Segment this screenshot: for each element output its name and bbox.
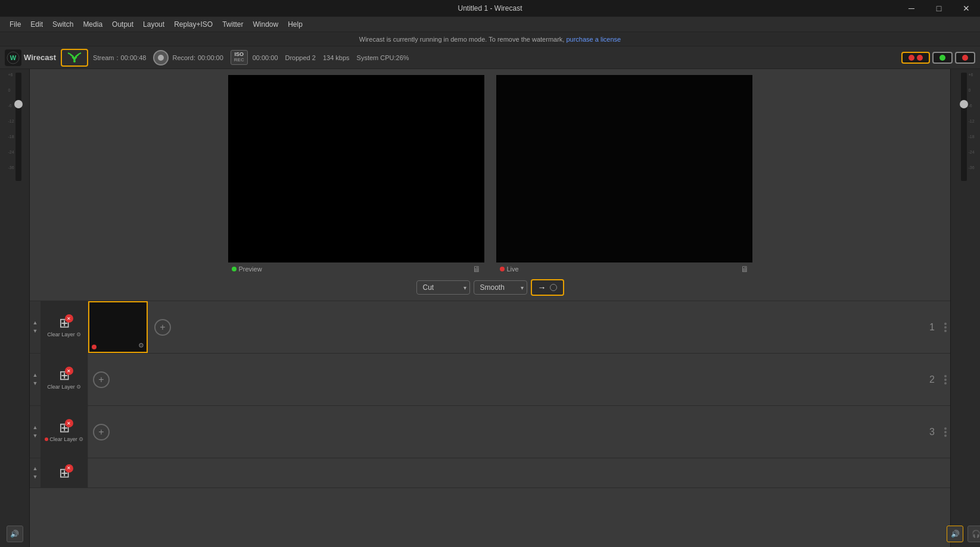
center-area: Preview 🖥 Live 🖥 [30, 69, 950, 547]
preview-video [228, 75, 484, 262]
close-button[interactable]: ✕ [953, 0, 980, 17]
layer1-number: 1 [929, 322, 935, 333]
layer1-default-thumb[interactable]: ⊞ ✕ Clear Layer ⚙ [41, 301, 88, 353]
preview-dot [232, 267, 237, 271]
left-mute-button[interactable]: 🔊 [7, 526, 23, 542]
layer1-gear-icon[interactable]: ⚙ [76, 332, 81, 337]
right-speaker-button[interactable]: 🔊 [947, 526, 963, 542]
layer4-down-arrow[interactable]: ▼ [33, 473, 38, 482]
iso-button[interactable]: ISO REC [231, 50, 248, 65]
preview-label-area: Preview [232, 265, 262, 273]
maximize-button[interactable]: □ [925, 0, 953, 17]
preview-screen-container: Preview 🖥 [228, 75, 484, 276]
layer3-default-thumb[interactable]: ⊞ ✕ Clear Layer ⚙ [41, 406, 88, 458]
headphones-icon: 🎧 [972, 530, 981, 538]
scroll-dot-4 [944, 375, 947, 377]
go-button[interactable]: → [531, 279, 564, 296]
demo-info-bar: Wirecast is currently running in demo mo… [0, 32, 980, 46]
menu-layout[interactable]: Layout [138, 19, 169, 30]
record-label: Record: [172, 54, 195, 61]
wirecast-logo-text: Wirecast [24, 53, 56, 62]
output-button-3[interactable] [955, 52, 975, 64]
layer1-up-arrow[interactable]: ▲ [33, 319, 38, 327]
layer3-gear-icon[interactable]: ⚙ [79, 436, 83, 442]
output2-dot-green [939, 55, 945, 61]
stream-stat: Stream: 00:00:48 [93, 54, 146, 61]
menu-file[interactable]: File [5, 19, 26, 30]
layer2-gear-icon[interactable]: ⚙ [76, 384, 81, 390]
menu-help[interactable]: Help [283, 19, 307, 30]
stream-button[interactable] [61, 49, 88, 67]
record-time: 00:00:00 [198, 54, 223, 61]
kbps-value: 134 kbps [323, 54, 350, 61]
meter-label-plus6-left: +6 [8, 73, 14, 88]
layer2-down-arrow[interactable]: ▼ [33, 380, 38, 388]
layer1-selected-thumb[interactable]: ⚙ [88, 301, 148, 353]
layer2-add-button[interactable]: + [93, 371, 110, 388]
scroll-dot-2 [944, 326, 947, 329]
layer3-up-arrow[interactable]: ▲ [33, 424, 38, 432]
layer2-label: Clear Layer [47, 384, 75, 390]
live-video [496, 75, 752, 262]
layer1-arrows: ▲ ▼ [30, 301, 41, 353]
go-circle-icon [550, 284, 557, 291]
layer1-scroll-dots [944, 323, 947, 332]
layer1-add-button-wrap: + [148, 301, 178, 353]
svg-text:W: W [10, 54, 17, 61]
menu-window[interactable]: Window [248, 19, 284, 30]
scroll-dot-3 [944, 330, 947, 332]
right-meter-label-minus24: -24 [968, 150, 974, 165]
smooth-select[interactable]: Smooth [474, 280, 527, 295]
output-button-1[interactable] [901, 52, 930, 64]
iso-time: 00:00:00 [253, 54, 278, 61]
speaker-right-icon: 🔊 [951, 530, 960, 538]
layer2-up-arrow[interactable]: ▲ [33, 371, 38, 380]
layer1-label: Clear Layer [47, 332, 75, 337]
layer1-thumb-gear-icon[interactable]: ⚙ [138, 342, 144, 349]
layer4-up-arrow[interactable]: ▲ [33, 465, 38, 473]
meter-label-minus6-left: -6 [8, 104, 14, 119]
dropped-stat: Dropped 2 [285, 54, 316, 61]
right-meter-label-minus12: -12 [968, 119, 974, 135]
meter-label-minus24-left: -24 [8, 150, 14, 165]
live-footer: Live 🖥 [496, 262, 752, 276]
stream-label: Stream [93, 54, 114, 61]
layer1-label-area: Clear Layer ⚙ [47, 332, 81, 337]
layer2-icon-wrap: ⊞ ✕ [59, 369, 70, 382]
layer4-default-thumb[interactable]: ⊞ ✕ [41, 458, 88, 487]
purchase-license-link[interactable]: purchase a license [566, 36, 621, 43]
preview-label: Preview [239, 265, 262, 273]
menu-switch[interactable]: Switch [48, 19, 78, 30]
output-button-2[interactable] [932, 52, 953, 64]
titlebar-title: Untitled 1 - Wirecast [458, 4, 522, 12]
menu-twitter[interactable]: Twitter [217, 19, 248, 30]
menu-media[interactable]: Media [78, 19, 107, 30]
layer3-down-arrow[interactable]: ▼ [33, 432, 38, 440]
cut-select[interactable]: Cut [416, 280, 470, 295]
right-meter-slider-knob[interactable] [960, 100, 968, 108]
cpu-value: System CPU:26% [357, 54, 409, 61]
layer-row-1: ▲ ▼ ⊞ ✕ Clear Layer ⚙ ⚙ [30, 301, 950, 354]
meter-label-0-left: 0 [8, 88, 14, 104]
menu-edit[interactable]: Edit [26, 19, 48, 30]
menu-replayiso[interactable]: Replay+ISO [169, 19, 217, 30]
left-meter-slider-knob[interactable] [14, 100, 23, 108]
right-meter-label-minus6: -6 [968, 104, 974, 119]
layer1-thumb-red-dot [92, 345, 97, 349]
record-button[interactable] [153, 50, 169, 65]
layer2-add-button-wrap: + [88, 354, 114, 405]
layer3-icon-wrap: ⊞ ✕ [59, 421, 70, 435]
menubar: File Edit Switch Media Output Layout Rep… [0, 17, 980, 32]
layer2-default-thumb[interactable]: ⊞ ✕ Clear Layer ⚙ [41, 354, 88, 405]
layer3-add-button[interactable]: + [93, 424, 110, 440]
right-headphones-button[interactable]: 🎧 [967, 526, 980, 542]
minimize-button[interactable]: ─ [898, 0, 925, 17]
meter-label-minus12-left: -12 [8, 119, 14, 135]
layer1-down-arrow[interactable]: ▼ [33, 327, 38, 336]
menu-output[interactable]: Output [107, 19, 138, 30]
layer3-x-badge: ✕ [65, 419, 73, 427]
scroll-dot-1 [944, 323, 947, 325]
layer1-x-badge: ✕ [65, 314, 73, 323]
scroll-dot-8 [944, 431, 947, 433]
layer1-add-button[interactable]: + [154, 319, 171, 336]
